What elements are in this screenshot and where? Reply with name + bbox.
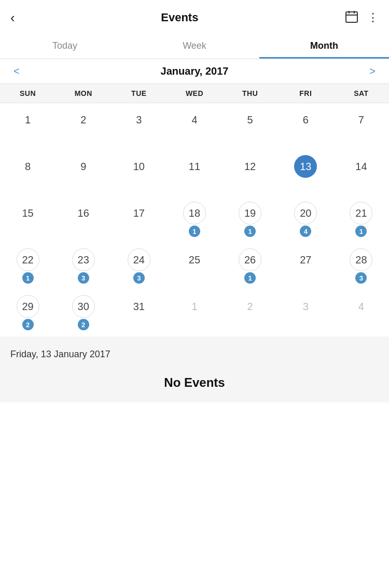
event-count-badge: 3 bbox=[355, 272, 367, 284]
calendar-day-number[interactable]: 3 bbox=[128, 108, 150, 131]
calendar-cell[interactable]: 31 bbox=[111, 290, 166, 337]
calendar-day-number[interactable]: 12 bbox=[239, 155, 261, 178]
calendar-cell[interactable]: 1 bbox=[166, 290, 222, 337]
calendar-day-number[interactable]: 9 bbox=[72, 155, 95, 178]
calendar-cell[interactable]: 9 bbox=[55, 150, 111, 197]
tab-month[interactable]: Month bbox=[259, 33, 389, 59]
calendar-cell[interactable]: 2 bbox=[223, 290, 278, 337]
calendar-day-number[interactable]: 25 bbox=[183, 248, 206, 271]
back-button[interactable]: ‹ bbox=[10, 10, 15, 26]
calendar-day-number[interactable]: 1 bbox=[183, 295, 206, 318]
calendar-day-number[interactable]: 2 bbox=[239, 295, 261, 318]
calendar-day-number[interactable]: 19 bbox=[239, 202, 261, 225]
selected-date: Friday, 13 January 2017 bbox=[10, 349, 379, 360]
calendar-day-number[interactable]: 22 bbox=[17, 248, 39, 271]
calendar-day-number[interactable]: 10 bbox=[128, 155, 150, 178]
header-actions: ⋮ bbox=[344, 9, 379, 26]
event-count-badge: 2 bbox=[22, 319, 34, 330]
calendar-day-number[interactable]: 26 bbox=[239, 248, 261, 271]
event-count-badge: 2 bbox=[78, 319, 89, 330]
view-tabs: Today Week Month bbox=[0, 33, 389, 59]
more-icon[interactable]: ⋮ bbox=[367, 11, 379, 24]
calendar-day-number[interactable]: 21 bbox=[350, 202, 372, 225]
calendar-day-number[interactable]: 30 bbox=[72, 295, 95, 318]
day-header-mon: MON bbox=[55, 89, 111, 97]
calendar-day-number[interactable]: 4 bbox=[183, 108, 206, 131]
day-header-fri: FRI bbox=[278, 89, 334, 97]
day-header-sat: SAT bbox=[334, 89, 389, 97]
prev-month-button[interactable]: < bbox=[8, 65, 25, 77]
calendar-day-number[interactable]: 11 bbox=[183, 155, 206, 178]
calendar-cell[interactable]: 15 bbox=[0, 197, 55, 243]
next-month-button[interactable]: > bbox=[364, 65, 381, 77]
calendar-icon[interactable] bbox=[344, 9, 359, 26]
calendar-cell[interactable]: 7 bbox=[334, 103, 389, 150]
calendar-cell[interactable]: 233 bbox=[55, 243, 111, 290]
tab-today[interactable]: Today bbox=[0, 33, 130, 59]
calendar-day-number[interactable]: 3 bbox=[294, 295, 317, 318]
calendar-day-number[interactable]: 27 bbox=[294, 248, 317, 271]
calendar-day-number[interactable]: 5 bbox=[239, 108, 261, 131]
calendar-cell[interactable]: 10 bbox=[111, 150, 166, 197]
calendar-cell[interactable]: 221 bbox=[0, 243, 55, 290]
calendar-day-number[interactable]: 18 bbox=[183, 202, 206, 225]
calendar-cell[interactable]: 204 bbox=[278, 197, 334, 243]
calendar-day-number[interactable]: 6 bbox=[294, 108, 317, 131]
no-events-label: No Events bbox=[10, 375, 379, 390]
event-count-badge: 1 bbox=[244, 226, 256, 237]
svg-rect-0 bbox=[346, 12, 357, 22]
calendar-cell[interactable]: 11 bbox=[166, 150, 222, 197]
calendar-day-number[interactable]: 20 bbox=[294, 202, 317, 225]
calendar-day-number[interactable]: 31 bbox=[128, 295, 150, 318]
calendar-cell[interactable]: 5 bbox=[223, 103, 278, 150]
calendar-day-number[interactable]: 13 bbox=[294, 155, 317, 178]
calendar-cell[interactable]: 6 bbox=[278, 103, 334, 150]
calendar-cell[interactable]: 3 bbox=[278, 290, 334, 337]
calendar-day-number[interactable]: 24 bbox=[128, 248, 150, 271]
day-header-wed: WED bbox=[166, 89, 222, 97]
calendar-cell[interactable]: 191 bbox=[223, 197, 278, 243]
calendar-cell[interactable]: 243 bbox=[111, 243, 166, 290]
calendar-cell[interactable]: 181 bbox=[166, 197, 222, 243]
calendar-cell[interactable]: 14 bbox=[334, 150, 389, 197]
calendar-cell[interactable]: 283 bbox=[334, 243, 389, 290]
calendar-day-number[interactable]: 14 bbox=[350, 155, 372, 178]
calendar-day-number[interactable]: 15 bbox=[17, 202, 39, 225]
calendar-cell[interactable]: 27 bbox=[278, 243, 334, 290]
calendar-day-number[interactable]: 1 bbox=[17, 108, 39, 131]
calendar-cell[interactable]: 292 bbox=[0, 290, 55, 337]
calendar-cell[interactable]: 25 bbox=[166, 243, 222, 290]
calendar-cell[interactable]: 16 bbox=[55, 197, 111, 243]
calendar-cell[interactable]: 1 bbox=[0, 103, 55, 150]
day-header-tue: TUE bbox=[111, 89, 166, 97]
calendar-cell[interactable]: 17 bbox=[111, 197, 166, 243]
calendar-cell[interactable]: 261 bbox=[223, 243, 278, 290]
calendar-cell[interactable]: 4 bbox=[334, 290, 389, 337]
calendar-cell[interactable]: 4 bbox=[166, 103, 222, 150]
event-count-badge: 3 bbox=[78, 272, 89, 284]
calendar-grid: 1234567891011121314151617181191204211221… bbox=[0, 103, 389, 337]
app-header: ‹ Events ⋮ bbox=[0, 0, 389, 33]
calendar-cell[interactable]: 211 bbox=[334, 197, 389, 243]
calendar-day-number[interactable]: 23 bbox=[72, 248, 95, 271]
month-title: January, 2017 bbox=[161, 65, 229, 77]
calendar-cell[interactable]: 302 bbox=[55, 290, 111, 337]
calendar-day-number[interactable]: 17 bbox=[128, 202, 150, 225]
calendar-cell[interactable]: 3 bbox=[111, 103, 166, 150]
calendar-day-number[interactable]: 8 bbox=[17, 155, 39, 178]
calendar-cell[interactable]: 8 bbox=[0, 150, 55, 197]
calendar-day-number[interactable]: 4 bbox=[350, 295, 372, 318]
calendar-day-number[interactable]: 16 bbox=[72, 202, 95, 225]
calendar-day-number[interactable]: 2 bbox=[72, 108, 95, 131]
calendar-cell[interactable]: 2 bbox=[55, 103, 111, 150]
calendar-day-number[interactable]: 29 bbox=[17, 295, 39, 318]
event-count-badge: 1 bbox=[355, 226, 367, 237]
calendar-day-number[interactable]: 28 bbox=[350, 248, 372, 271]
calendar-day-number[interactable]: 7 bbox=[350, 108, 372, 131]
day-header-sun: SUN bbox=[0, 89, 55, 97]
calendar-cell[interactable]: 12 bbox=[223, 150, 278, 197]
calendar-cell[interactable]: 13 bbox=[278, 150, 334, 197]
event-count-badge: 1 bbox=[189, 226, 200, 237]
tab-week[interactable]: Week bbox=[130, 33, 259, 59]
month-navigation: < January, 2017 > bbox=[0, 59, 389, 84]
